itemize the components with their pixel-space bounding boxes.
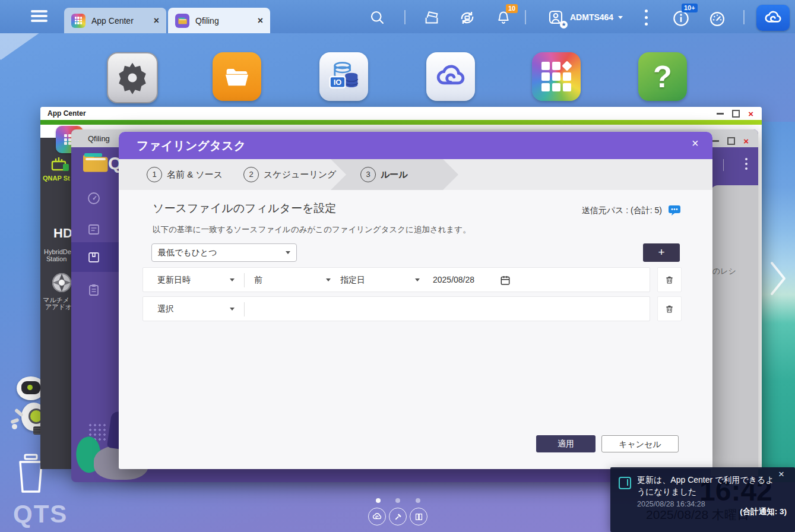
main-menu-button[interactable] <box>31 10 47 22</box>
step-2-label[interactable]: スケジューリング <box>264 167 336 182</box>
book-icon <box>414 512 424 522</box>
chevron-down-icon[interactable] <box>230 308 235 311</box>
header-divider <box>723 159 724 171</box>
chevron-down-icon[interactable] <box>415 278 420 281</box>
rule-row: 更新日時 前 指定日 2025/08/28 <box>142 267 650 292</box>
gear-icon <box>115 61 150 95</box>
robot-eye <box>27 385 33 390</box>
step-1-label[interactable]: 名前 & ソース <box>167 167 223 182</box>
tasks-icon[interactable] <box>87 222 101 236</box>
desktop-page-dot-2[interactable] <box>395 498 400 503</box>
delete-rule-button[interactable] <box>657 267 682 292</box>
window-title: Qfiling <box>88 134 110 143</box>
chevron-down-icon <box>618 16 623 19</box>
taskbar-tab-app-center[interactable]: App Center × <box>64 8 166 33</box>
chevron-down-icon[interactable] <box>326 278 331 281</box>
desktop-icon-storage[interactable]: IO <box>319 52 368 101</box>
storage-disks-icon: IO <box>327 60 360 93</box>
desktop-next-page-arrow[interactable] <box>770 261 787 296</box>
rule-field-select[interactable]: 選択 <box>157 297 174 321</box>
close-icon[interactable]: × <box>748 110 753 118</box>
rule-field-select[interactable]: 更新日時 <box>157 268 191 292</box>
tooltip-bubble-icon[interactable] <box>667 203 682 217</box>
step-1-number[interactable]: 1 <box>147 167 162 182</box>
qnap-store-icon <box>51 156 70 172</box>
resource-monitor-button[interactable] <box>708 10 727 28</box>
toast-timestamp: 2025/08/28 16:34:28 <box>637 500 705 508</box>
report-clipboard-icon[interactable] <box>87 283 101 297</box>
minimize-icon[interactable] <box>717 113 724 115</box>
field-divider <box>244 273 245 287</box>
step-2-number[interactable]: 2 <box>243 167 259 182</box>
hammer-icon <box>393 512 403 522</box>
desktop-page-dot-1[interactable] <box>376 498 381 503</box>
close-icon[interactable]: × <box>154 15 159 26</box>
qfiling-dimmed-panel: のレシ <box>711 185 758 476</box>
taskbar-tab-qfiling[interactable]: Qfiling × <box>168 8 270 33</box>
add-rule-button[interactable]: + <box>643 243 680 262</box>
folder-icon <box>221 61 252 92</box>
trash-icon <box>664 303 674 314</box>
maximize-icon[interactable] <box>732 110 740 118</box>
desktop-page-dot-3[interactable] <box>416 498 420 503</box>
rule-datetype-select[interactable]: 指定日 <box>340 268 365 292</box>
chevron-right-icon <box>770 261 787 296</box>
cloud-icon <box>433 59 468 94</box>
system-info-button[interactable]: 10+ <box>671 8 691 28</box>
taskbar-divider <box>525 10 526 24</box>
window-title: App Center <box>47 109 86 118</box>
desktop-icon-control-panel[interactable] <box>107 52 158 103</box>
rule-date-value[interactable]: 2025/08/28 <box>433 268 474 292</box>
tab-label: Qfiling <box>195 16 258 26</box>
step-3-label[interactable]: ルール <box>381 167 408 182</box>
trash-icon <box>664 274 674 285</box>
recipe-box-icon[interactable] <box>87 250 101 264</box>
chevron-down-icon[interactable] <box>230 278 235 281</box>
hamburger-icon <box>31 10 47 12</box>
taskbar: App Center × Qfiling × 10 <box>0 0 795 33</box>
myqnapcloud-button[interactable] <box>756 5 790 31</box>
desktop-icon-file-station[interactable] <box>213 52 261 101</box>
step-3-number[interactable]: 3 <box>360 167 376 182</box>
section-title: ソースファイルのフィルターを設定 <box>153 201 336 216</box>
desktop-icon-myqnapcloud[interactable] <box>426 52 475 101</box>
app-center-titlebar[interactable]: App Center × <box>40 107 762 120</box>
dialog-header: ファイリングタスク × <box>119 132 712 159</box>
close-icon[interactable]: × <box>778 468 784 480</box>
maximize-icon[interactable] <box>727 137 735 145</box>
wallpaper-right-band <box>758 122 795 482</box>
external-device-button[interactable] <box>457 8 477 28</box>
quick-link-myqnapcloud[interactable] <box>368 508 386 525</box>
more-options-button[interactable] <box>645 10 648 26</box>
background-tasks-button[interactable] <box>423 8 441 26</box>
field-divider <box>244 302 245 316</box>
calendar-icon[interactable] <box>499 274 511 286</box>
match-mode-select[interactable]: 最低でもひとつ <box>151 243 297 262</box>
cancel-button[interactable]: キャンセル <box>601 435 679 452</box>
apply-button[interactable]: 適用 <box>536 435 596 452</box>
dialog-title: ファイリングタスク <box>137 138 246 154</box>
quick-link-utilities[interactable] <box>389 508 407 525</box>
tasks-stack-icon <box>423 8 441 26</box>
user-star-badge: ★ <box>560 21 568 28</box>
overview-gauge-icon[interactable] <box>87 191 101 205</box>
search-icon <box>368 8 386 26</box>
close-icon[interactable]: × <box>692 137 699 150</box>
question-mark-icon: ? <box>653 59 672 94</box>
close-icon[interactable]: × <box>258 15 263 26</box>
desktop-icon-help-center[interactable]: ? <box>638 52 687 101</box>
more-menu-icon[interactable] <box>745 158 748 170</box>
user-name: ADMTS464 <box>570 12 613 22</box>
quick-link-guide[interactable] <box>410 508 427 525</box>
toast-message[interactable]: 更新は、App Center で利用できるようになりました <box>637 474 781 498</box>
user-menu[interactable]: ★ ADMTS464 <box>546 8 623 27</box>
desktop: IO ? コントロールパ File Station ストレージ&ス myQNAP… <box>0 0 795 532</box>
notification-toast: 16:42 2025/08/28 木曜日 更新は、App Center で利用で… <box>610 467 795 532</box>
desktop-icon-app-center[interactable] <box>532 52 581 101</box>
delete-rule-button[interactable] <box>657 296 682 321</box>
rule-operator-select[interactable]: 前 <box>254 268 262 292</box>
search-button[interactable] <box>368 8 386 26</box>
notifications-button[interactable]: 10 <box>495 8 512 28</box>
minimize-icon[interactable] <box>712 140 719 142</box>
close-icon[interactable]: × <box>743 138 749 145</box>
